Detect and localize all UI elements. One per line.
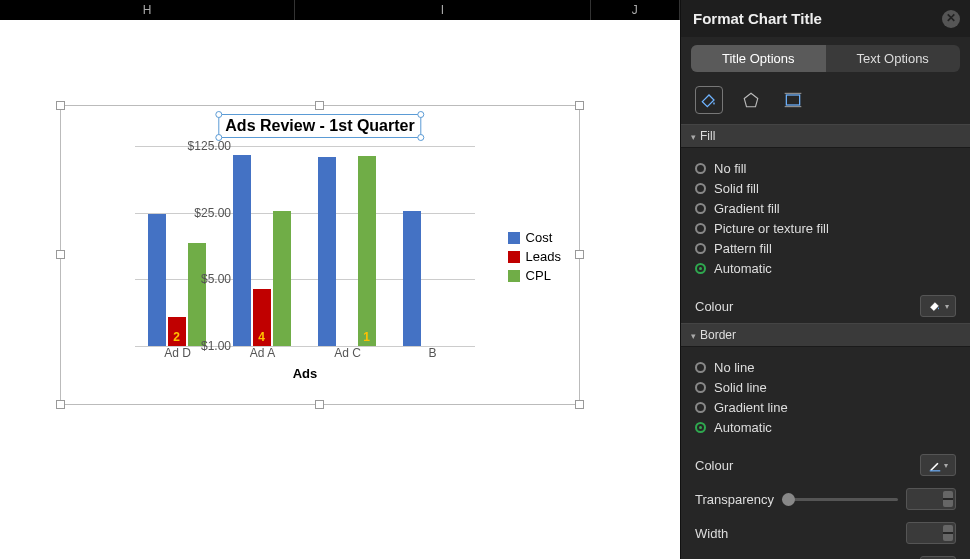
border-section-header[interactable]: Border [681, 323, 970, 347]
fill-option[interactable]: Pattern fill [695, 241, 956, 256]
radio-icon [695, 163, 706, 174]
chart-legend[interactable]: CostLeadsCPL [508, 226, 561, 287]
resize-handle-n[interactable] [315, 101, 324, 110]
bar-cost[interactable] [403, 211, 421, 346]
svg-rect-1 [786, 95, 799, 105]
format-pane-tabs: Title Options Text Options [691, 45, 960, 72]
tab-title-options[interactable]: Title Options [691, 45, 826, 72]
radio-label: Automatic [714, 261, 772, 276]
legend-item[interactable]: CPL [508, 268, 561, 283]
bar-cost[interactable] [233, 155, 251, 346]
fill-option[interactable]: Gradient fill [695, 201, 956, 216]
y-tick-label: $5.00 [171, 272, 231, 286]
svg-rect-4 [930, 470, 941, 471]
x-axis[interactable]: Ad DAd AAd CB [135, 346, 475, 360]
size-properties-icon[interactable] [779, 86, 807, 114]
bar-cost[interactable] [318, 157, 336, 346]
legend-swatch [508, 270, 520, 282]
legend-label: Cost [526, 230, 553, 245]
column-header-row: H I J [0, 0, 680, 20]
fill-option[interactable]: Automatic [695, 261, 956, 276]
x-axis-title[interactable]: Ads [135, 366, 475, 381]
legend-swatch [508, 251, 520, 263]
fill-option[interactable]: Solid fill [695, 181, 956, 196]
radio-label: Pattern fill [714, 241, 772, 256]
y-tick-label: $125.00 [171, 139, 231, 153]
slider-thumb[interactable] [782, 493, 795, 506]
radio-icon [695, 203, 706, 214]
tab-text-options[interactable]: Text Options [826, 45, 961, 72]
col-header-h[interactable]: H [0, 0, 295, 20]
transparency-stepper[interactable] [906, 488, 956, 510]
title-handle[interactable] [418, 111, 425, 118]
resize-handle-sw[interactable] [56, 400, 65, 409]
resize-handle-ne[interactable] [575, 101, 584, 110]
x-tick-label: Ad D [135, 346, 220, 360]
transparency-slider[interactable] [782, 498, 898, 501]
legend-swatch [508, 232, 520, 244]
col-header-j[interactable]: J [591, 0, 680, 20]
data-label: 1 [358, 330, 376, 344]
radio-icon [695, 422, 706, 433]
radio-icon [695, 183, 706, 194]
bar-cpl[interactable] [273, 211, 291, 346]
border-option[interactable]: Automatic [695, 420, 956, 435]
title-handle[interactable] [418, 134, 425, 141]
x-tick-label: B [390, 346, 475, 360]
fill-option[interactable]: Picture or texture fill [695, 221, 956, 236]
radio-icon [695, 402, 706, 413]
fill-colour-label: Colour [695, 299, 733, 314]
border-option[interactable]: Solid line [695, 380, 956, 395]
legend-item[interactable]: Leads [508, 249, 561, 264]
col-header-i[interactable]: I [295, 0, 590, 20]
fill-colour-picker[interactable]: ▾ [920, 295, 956, 317]
bar-cpl[interactable] [188, 243, 206, 346]
width-label: Width [695, 526, 728, 541]
pentagon-icon[interactable] [737, 86, 765, 114]
resize-handle-se[interactable] [575, 400, 584, 409]
bars-layer: 241 [135, 146, 475, 346]
border-colour-picker[interactable]: ▾ [920, 454, 956, 476]
fill-option[interactable]: No fill [695, 161, 956, 176]
plot-area[interactable]: 241 [135, 146, 475, 346]
format-pane-title: Format Chart Title ✕ [681, 0, 970, 37]
fill-section-header[interactable]: Fill [681, 124, 970, 148]
x-tick-label: Ad C [305, 346, 390, 360]
worksheet-area[interactable]: Ads Review - 1st Quarter 241 $1.00$5.00$… [0, 20, 680, 559]
border-option[interactable]: No line [695, 360, 956, 375]
radio-label: Solid line [714, 380, 767, 395]
transparency-label: Transparency [695, 492, 774, 507]
bar-cpl[interactable]: 1 [358, 156, 376, 346]
resize-handle-w[interactable] [56, 250, 65, 259]
bar-leads[interactable]: 4 [253, 289, 271, 346]
data-label: 4 [253, 330, 271, 344]
radio-icon [695, 223, 706, 234]
radio-icon [695, 382, 706, 393]
radio-icon [695, 243, 706, 254]
resize-handle-nw[interactable] [56, 101, 65, 110]
radio-label: Gradient line [714, 400, 788, 415]
radio-label: No fill [714, 161, 747, 176]
border-option[interactable]: Gradient line [695, 400, 956, 415]
svg-marker-0 [744, 93, 758, 107]
legend-label: Leads [526, 249, 561, 264]
resize-handle-s[interactable] [315, 400, 324, 409]
close-icon[interactable]: ✕ [942, 10, 960, 28]
paint-bucket-icon[interactable] [695, 86, 723, 114]
legend-item[interactable]: Cost [508, 230, 561, 245]
chart-title[interactable]: Ads Review - 1st Quarter [218, 114, 421, 138]
radio-label: Solid fill [714, 181, 759, 196]
chart-object[interactable]: Ads Review - 1st Quarter 241 $1.00$5.00$… [60, 105, 580, 405]
title-handle[interactable] [215, 111, 222, 118]
legend-label: CPL [526, 268, 551, 283]
width-stepper[interactable] [906, 522, 956, 544]
radio-label: No line [714, 360, 754, 375]
resize-handle-e[interactable] [575, 250, 584, 259]
radio-label: Automatic [714, 420, 772, 435]
x-tick-label: Ad A [220, 346, 305, 360]
radio-label: Gradient fill [714, 201, 780, 216]
y-tick-label: $25.00 [171, 206, 231, 220]
chart-title-text: Ads Review - 1st Quarter [225, 117, 414, 134]
radio-icon [695, 263, 706, 274]
bar-cost[interactable] [148, 214, 166, 346]
